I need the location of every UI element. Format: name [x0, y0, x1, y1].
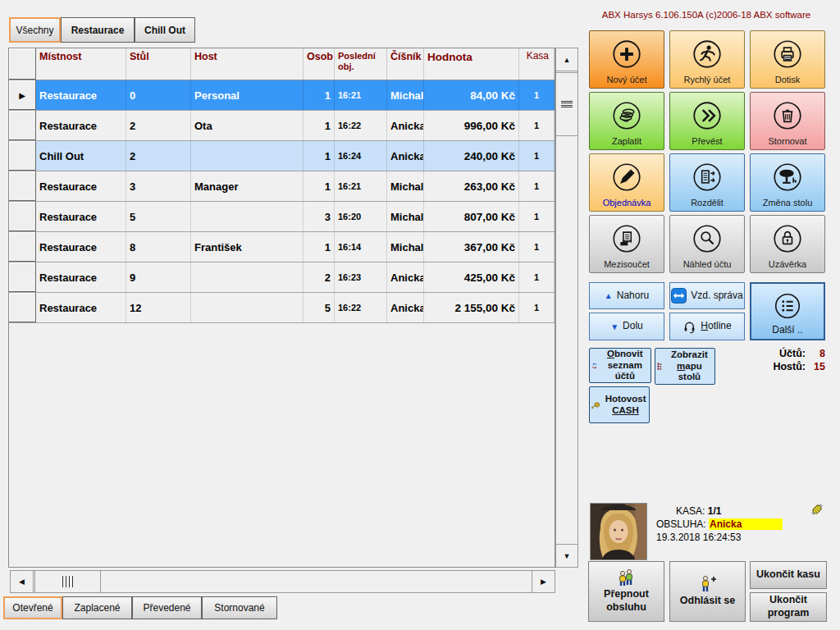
dotisk-button[interactable]: Dotisk — [750, 30, 825, 89]
cell-cisnik: Michal — [387, 232, 424, 262]
cell-hodnota: 367,00 Kč — [424, 232, 519, 262]
objednavka-button[interactable]: Objednávka — [589, 153, 664, 212]
ukoncit-kasu-button[interactable]: Ukončit kasu — [750, 561, 827, 589]
ucty-label: Účtů: — [779, 348, 806, 359]
pencil-icon — [609, 160, 644, 194]
table-row[interactable]: Restaurace8František116:14Michal367,00 K… — [9, 232, 555, 262]
table-row[interactable]: Restaurace2Ota116:22Anicka996,00 Kč1 — [9, 111, 555, 141]
table-map-icon — [657, 359, 663, 373]
prevest-button[interactable]: Převést — [669, 92, 745, 150]
col-header-cisnik[interactable]: Číšník — [387, 48, 424, 80]
zmena-stolu-button[interactable]: Změna stolu — [750, 153, 825, 212]
cell-mistnost: Restaurace — [36, 293, 126, 322]
tab-restaurace[interactable]: Restaurace — [61, 17, 135, 43]
cell-kasa: 1 — [519, 202, 555, 231]
col-header-osob[interactable]: Osob — [304, 48, 335, 80]
split-document-icon — [690, 160, 724, 194]
scroll-left-button[interactable]: ◀ — [10, 570, 34, 593]
rozdelit-button[interactable]: Rozdělit — [669, 153, 745, 212]
dolu-button[interactable]: ▼ Dolu — [589, 313, 664, 340]
row-selector[interactable] — [9, 141, 36, 171]
col-header-host[interactable]: Host — [191, 48, 304, 80]
zobrazit-mapu-stolu-button[interactable]: Zobrazit mapu stolů — [655, 348, 715, 385]
nahled-uctu-button[interactable]: Náhled účtu — [669, 215, 745, 273]
cell-posledni: 16:22 — [335, 293, 387, 322]
col-header-mistnost[interactable]: Místnost — [36, 48, 126, 80]
right-arrow-icon: ▶ — [541, 578, 546, 586]
table-icon — [770, 160, 805, 194]
scroll-right-button[interactable]: ▶ — [532, 570, 555, 593]
row-selector[interactable] — [9, 232, 36, 262]
tab-zaplacene[interactable]: Zaplacené — [62, 596, 132, 619]
horizontal-scrollbar[interactable]: ◀ ▶ — [10, 570, 555, 593]
cell-cisnik: Michal — [387, 171, 424, 201]
zaplatit-button[interactable]: Zaplatit — [589, 92, 664, 150]
row-selector[interactable] — [9, 262, 36, 292]
table-body: ▶Restaurace0Personal116:21Michal84,00 Kč… — [9, 80, 555, 323]
hotline-button[interactable]: Hotline — [669, 313, 745, 340]
table-row[interactable]: ▶Restaurace0Personal116:21Michal84,00 Kč… — [9, 80, 555, 111]
cell-posledni: 16:24 — [335, 141, 387, 171]
tab-stornovane[interactable]: Stornované — [202, 596, 277, 619]
cell-cisnik: Michal — [387, 80, 424, 110]
cell-stul: 0 — [126, 80, 191, 110]
remote-access-icon — [671, 288, 687, 304]
cell-kasa: 1 — [519, 171, 555, 201]
mezisoucet-button[interactable]: Mezisoučet — [589, 215, 664, 273]
row-selector[interactable] — [9, 293, 36, 322]
horizontal-scroll-thumb[interactable] — [34, 570, 101, 593]
col-header-hodnota[interactable]: Hodnota — [424, 48, 519, 80]
uzaverka-button[interactable]: Uzávěrka — [750, 215, 825, 273]
cell-osob: 2 — [304, 262, 335, 292]
table-row[interactable]: Restaurace3Manager116:21Michal263,00 Kč1 — [9, 171, 555, 202]
nahoru-button[interactable]: ▲ Nahoru — [589, 282, 664, 309]
cell-host — [191, 262, 304, 292]
novy-ucet-button[interactable]: Nový účet — [589, 30, 664, 89]
dalsi-button[interactable]: Další .. — [750, 282, 825, 340]
vertical-scrollbar[interactable]: ▲ ▼ — [555, 48, 578, 568]
tab-chill-out[interactable]: Chill Out — [135, 17, 195, 43]
tab-otevrene[interactable]: Otevřené — [3, 596, 62, 619]
tab-prevedene[interactable]: Převedené — [132, 596, 202, 619]
cell-kasa: 1 — [519, 80, 555, 110]
thumb-grip-icon — [62, 576, 75, 587]
hotovost-cash-button[interactable]: Hotovost CASH — [589, 386, 650, 423]
table-row[interactable]: Chill Out2116:24Anicka240,00 Kč1 — [9, 141, 555, 171]
row-selector[interactable]: ▶ — [9, 80, 36, 110]
vzd-sprava-button[interactable]: Vzd. správa — [669, 282, 745, 309]
row-selector[interactable] — [9, 171, 36, 201]
vertical-scroll-thumb[interactable] — [555, 72, 578, 136]
cell-mistnost: Restaurace — [36, 232, 126, 262]
runner-icon — [690, 37, 724, 71]
stornovat-button[interactable]: Stornovat — [750, 92, 825, 150]
cell-kasa: 1 — [519, 232, 555, 262]
row-selector[interactable] — [9, 111, 36, 140]
lock-icon — [770, 221, 805, 256]
refresh-icon — [591, 359, 598, 372]
coins-icon — [609, 98, 644, 133]
cell-stul: 5 — [126, 202, 191, 231]
cash-coin-icon — [591, 399, 600, 411]
odhlasit-se-button[interactable]: Odhlásit se — [669, 561, 746, 622]
cell-mistnost: Restaurace — [36, 80, 126, 110]
app-title: ABX Harsys 6.106.150A (c)2006-18 ABX sof… — [581, 10, 832, 20]
tab-vsechny[interactable]: Všechny — [9, 17, 61, 43]
obnovit-seznam-uctu-button[interactable]: Obnovit seznam účtů — [589, 348, 651, 383]
cell-host — [191, 141, 304, 171]
col-header-stul[interactable]: Stůl — [126, 48, 191, 80]
two-persons-icon — [616, 568, 637, 587]
table-row[interactable]: Restaurace9216:23Anicka425,00 Kč1 — [9, 262, 555, 293]
prepnout-obsluhu-button[interactable]: Přepnout obsluhu — [588, 561, 664, 622]
scroll-up-button[interactable]: ▲ — [555, 48, 578, 71]
cell-posledni: 16:22 — [335, 111, 387, 140]
row-selector[interactable] — [9, 202, 36, 231]
table-row[interactable]: Restaurace5316:20Michal807,00 Kč1 — [9, 202, 555, 232]
cell-mistnost: Chill Out — [36, 141, 126, 171]
up-triangle-icon: ▲ — [605, 291, 613, 300]
scroll-down-button[interactable]: ▼ — [555, 544, 578, 568]
col-header-kasa[interactable]: Kasa — [519, 48, 555, 80]
table-row[interactable]: Restaurace12516:22Anicka2 155,00 Kč1 — [9, 293, 555, 323]
col-header-posledni-obj[interactable]: Poslední obj. — [335, 48, 387, 80]
ukoncit-program-button[interactable]: Ukončit program — [750, 592, 827, 622]
rychly-ucet-button[interactable]: Rychlý účet — [669, 30, 745, 89]
